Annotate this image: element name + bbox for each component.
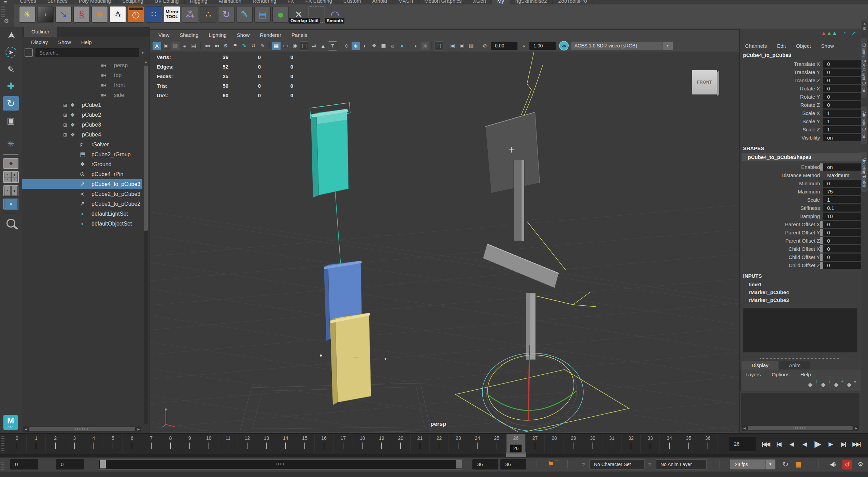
shelf-tab[interactable]: Motion Graphics <box>419 0 467 4</box>
shelf-tab[interactable]: Sculpting <box>117 0 149 4</box>
outliner-menu-item[interactable]: Help <box>76 39 97 45</box>
channel-value-field[interactable]: 0 <box>823 229 861 236</box>
scroll-right-icon[interactable]: ▶ <box>853 427 859 430</box>
shelf-tab[interactable]: UV Editing <box>149 0 185 4</box>
shelf-tab[interactable]: Custom <box>338 0 367 4</box>
outliner-item-side[interactable]: ◼◀ side <box>22 90 142 100</box>
scale-tool[interactable]: ▣ <box>3 113 19 128</box>
sep-6[interactable] <box>446 42 446 49</box>
chevron-down-icon[interactable]: ▼ <box>662 42 673 50</box>
shelf-tab[interactable]: FX <box>282 0 300 4</box>
zoom-tool-icon[interactable] <box>6 219 15 228</box>
outliner-item-pcube4[interactable]: ⊞ ❖ pCube4 <box>22 130 142 140</box>
outliner-item-pcube2[interactable]: ⊞ ❖ pCube2 <box>22 110 142 120</box>
viewport-menu-item[interactable]: Lighting <box>203 32 232 38</box>
snap-frame-icon[interactable]: ▣ <box>162 42 170 50</box>
expand-icon[interactable]: ⊞ <box>60 112 70 118</box>
select-mask-icon[interactable]: A <box>153 42 161 50</box>
outliner-filter-icon[interactable] <box>25 48 33 57</box>
range-slider[interactable] <box>99 459 463 469</box>
timeline-frame[interactable]: 3 <box>65 434 84 452</box>
shelf-tab[interactable]: FX Caching <box>300 0 338 4</box>
hud-text-icon[interactable]: T <box>328 41 337 50</box>
resolution-gate-icon[interactable]: ◉ <box>290 42 299 50</box>
document-icon[interactable]: ▤ <box>254 6 271 23</box>
character-set-dropdown[interactable]: No Character Set <box>589 459 645 469</box>
channel-value-field[interactable]: 0.1 <box>823 204 861 212</box>
loop-playback-icon[interactable]: ↻ <box>781 459 790 469</box>
timeline-scrub-handle[interactable] <box>506 454 526 457</box>
motion-trail-icon[interactable]: ∷ <box>146 6 162 23</box>
manipulator-icon[interactable]: ▲▲▲ <box>821 30 837 37</box>
camera-settings-icon[interactable]: ⚙ <box>222 42 230 50</box>
pencil-icon[interactable]: ✎ <box>258 42 267 50</box>
shadows-icon[interactable]: ◖ <box>411 42 420 50</box>
channel-value-field[interactable]: 0 <box>823 77 861 84</box>
outliner-item-rground[interactable]: ❖ rGround <box>22 159 142 169</box>
channel-box-menu-item[interactable]: Show <box>821 43 844 49</box>
timeline-frame[interactable]: 31 <box>602 434 622 452</box>
timeline-frame[interactable]: 0 <box>8 434 27 452</box>
timeline-frame[interactable]: 32 <box>622 434 641 452</box>
lasso-select-tool[interactable]: ➤ <box>3 45 19 59</box>
gate-mask-icon[interactable]: ▢ <box>300 41 309 50</box>
outliner-vertical-scrollbar[interactable]: ▲ <box>144 65 148 424</box>
sep-7[interactable] <box>478 42 478 49</box>
sidebar-tab-modeling-toolkit[interactable]: Modeling Toolkit <box>861 152 867 193</box>
smooth-icon[interactable]: ◠ Smooth <box>327 6 343 23</box>
shelf-tab[interactable]: My <box>492 0 510 4</box>
sep-1[interactable] <box>200 42 201 49</box>
shelf-tab[interactable]: Curves <box>14 0 42 4</box>
input-rmarker-pcube4[interactable]: rMarker_pCube4 <box>740 288 861 296</box>
shaded-icon[interactable]: ◈ <box>352 42 360 50</box>
tab-anim[interactable]: Anim <box>779 361 810 370</box>
channel-box-menu-item[interactable]: Channels <box>745 43 777 49</box>
timeline-frame[interactable]: 12 <box>238 434 257 452</box>
layout-outliner-persp-button[interactable]: ≡ <box>3 199 18 209</box>
timeline-frame[interactable]: 4 <box>84 434 103 452</box>
exposure-field[interactable]: 0.00 <box>491 42 517 50</box>
play-button[interactable]: ▶ <box>811 439 824 449</box>
ik-spline-icon[interactable]: § <box>73 6 90 23</box>
field-chart-icon[interactable]: ⇄ <box>310 42 318 50</box>
timeline-frame[interactable]: 2 <box>46 434 65 452</box>
layout-single-pane-button[interactable]: ❖ <box>3 158 18 169</box>
outliner-item-pcube1[interactable]: ⊞ ❖ pCube1 <box>22 100 142 110</box>
outliner-item-defaultobjectset[interactable]: ◑ defaultObjectSet <box>22 219 142 229</box>
grease-pencil-icon[interactable]: ✎ <box>240 42 248 50</box>
shape-node-name[interactable]: pCube4_to_pCubeShape3 <box>742 153 861 161</box>
channel-value-field[interactable]: 0 <box>823 221 861 228</box>
play-backwards-button[interactable]: ◀ <box>798 441 811 447</box>
timeline-frame[interactable]: 25 <box>487 434 506 452</box>
timeline-frame[interactable]: 33 <box>641 434 660 452</box>
channel-box-horizontal-scrollbar[interactable]: ◀ ▶ <box>742 425 859 431</box>
channel-value-field[interactable]: 0 <box>823 85 861 92</box>
rig-marker-tool[interactable]: ✳ <box>3 136 19 151</box>
select-tool[interactable]: ➤ <box>3 28 19 42</box>
timeline-frame[interactable]: 10 <box>199 434 218 452</box>
sidebar-tab-channel-box[interactable]: Channel Box / Layer Editor <box>861 38 867 98</box>
all-lights-icon[interactable]: ❖ <box>370 42 379 50</box>
bdn-editor-icon[interactable]: ⁂ Bdn E ditor <box>110 6 126 23</box>
sidebar-tab-attribute-editor[interactable]: Attribute Editor <box>861 105 867 144</box>
outliner-item-defaultlightset[interactable]: ◑ defaultLightSet <box>22 209 142 219</box>
channel-value-field[interactable]: 0 <box>823 60 861 68</box>
gamma-field[interactable]: 1.00 <box>529 42 556 50</box>
shelf-gear-icon[interactable]: ⚙ <box>4 17 9 25</box>
timeline-frame[interactable]: 36 <box>698 434 717 452</box>
step-back-key-button[interactable]: ◀ <box>785 441 798 447</box>
step-back-frame-button[interactable]: |◀ <box>772 441 785 447</box>
channel-value-field[interactable]: 0 <box>823 101 861 109</box>
timeline-frame[interactable]: 7 <box>142 434 161 452</box>
shelf-tab[interactable]: XGen <box>467 0 492 4</box>
timeline-frame[interactable]: 19 <box>372 434 391 452</box>
colorspace-dropdown[interactable]: ACES 1.0 SDR-video (sRGB) ▼ <box>571 41 673 50</box>
outliner-menu-item[interactable]: Show <box>53 39 76 45</box>
outliner-item-pcube4-to-pcube3[interactable]: ↗ pCube4_to_pCube3 <box>22 179 142 189</box>
timeline-frame[interactable]: 5 <box>103 434 123 452</box>
channel-value-field[interactable]: on <box>823 134 861 141</box>
expand-icon[interactable]: ⊞ <box>60 132 70 138</box>
input-time1[interactable]: time1 <box>740 280 861 288</box>
outliner-horizontal-scrollbar[interactable]: ◀ ▶ <box>23 427 141 432</box>
playback-end-field[interactable]: 36 <box>472 459 498 469</box>
